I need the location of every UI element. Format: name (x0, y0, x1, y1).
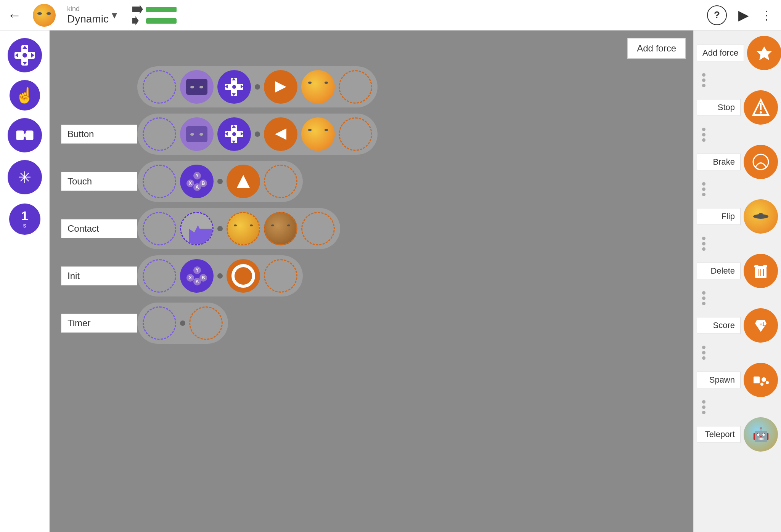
sep-dot-4 (217, 226, 223, 231)
svg-text:+1: +1 (760, 322, 765, 327)
sidebar-item-init[interactable]: ✳ (8, 160, 42, 194)
rp-delete-button[interactable] (744, 254, 778, 288)
rule-label-button: Button (61, 125, 137, 144)
add-force-row: Add force (61, 38, 686, 59)
cond-ring-5 (227, 259, 260, 293)
rp-teleport-label: Teleport (697, 426, 741, 443)
right-panel: Add force Stop Brake (693, 30, 781, 532)
rp-score-button[interactable]: +1 (744, 308, 778, 343)
rp-delete-row: Delete (694, 252, 781, 290)
topbar: ← kind Dynamic ▾ ? ▶ ⋮ (0, 0, 781, 30)
kind-dropdown[interactable]: ▾ (112, 9, 117, 21)
sep-dot-2 (255, 131, 260, 137)
rp-score-row: Score +1 (694, 307, 781, 344)
cond-empty-2 (143, 117, 176, 151)
svg-marker-5 (275, 128, 286, 140)
cond-empty-orange-4 (301, 212, 335, 245)
add-force-button[interactable]: Add force (627, 38, 686, 59)
rule-label-init: Init (61, 266, 137, 285)
rp-add-force-row: Add force (694, 34, 781, 72)
sidebar-item-contact[interactable] (8, 118, 42, 152)
indicator-bar-1 (146, 7, 177, 12)
svg-rect-19 (754, 377, 760, 383)
kind-value: Dynamic (67, 13, 109, 25)
rp-teleport-button[interactable]: 🤖 (744, 417, 778, 452)
rule-pill-2 (137, 114, 378, 155)
rp-add-force-button[interactable] (747, 36, 781, 70)
rule-label-touch: Touch (61, 172, 137, 191)
svg-marker-6 (237, 175, 250, 188)
cond-wedge-4 (180, 212, 214, 245)
topbar-actions: ? ▶ ⋮ (707, 5, 773, 25)
rule-pill-4 (137, 208, 340, 249)
indicator-row-2 (132, 16, 177, 26)
svg-marker-7 (757, 46, 772, 60)
avatar (33, 4, 56, 27)
condition-dpad-1 (217, 70, 251, 104)
svg-point-21 (766, 381, 769, 384)
indicator-row-1 (132, 5, 177, 14)
cond-empty-orange-5 (264, 259, 297, 293)
rp-brake-label: Brake (697, 154, 741, 170)
sep-dot-1 (255, 84, 260, 90)
rule-pill-3: X Y B A (137, 161, 303, 202)
left-sidebar: ☝ ✳ 1 s (0, 30, 50, 532)
condition-monitor-1 (180, 70, 214, 104)
rule-row-1 (61, 66, 686, 107)
indicator-bar-2 (146, 18, 177, 24)
indicators (132, 5, 177, 26)
rp-spawn-row: Spawn (694, 361, 781, 399)
rule-label-timer: Timer (61, 314, 137, 333)
rp-stop-row: Stop (694, 89, 781, 126)
cond-empty-orange-6 (189, 306, 223, 340)
rp-stop-button[interactable] (744, 90, 778, 125)
rp-add-force-label: Add force (697, 45, 744, 61)
rule-pill-6 (137, 303, 228, 344)
sidebar-item-timer[interactable]: 1 s (8, 202, 42, 236)
cond-empty-6 (143, 306, 176, 340)
rp-dots-1 (694, 72, 705, 89)
play-button[interactable]: ▶ (738, 7, 749, 23)
back-button[interactable]: ← (8, 7, 21, 23)
main-layout: ☝ ✳ 1 s Add force (0, 30, 781, 532)
rp-score-label: Score (697, 317, 741, 334)
rule-row-2: Button (61, 114, 686, 155)
cond-empty-3 (143, 165, 176, 198)
cond-gamepad-5: X Y B A (180, 259, 214, 293)
sidebar-item-touch[interactable]: ☝ (10, 80, 40, 111)
center-content: Add force (50, 30, 693, 532)
kind-label: kind (67, 5, 109, 13)
rp-dots-3 (694, 181, 705, 198)
svg-marker-4 (275, 81, 286, 93)
svg-rect-0 (16, 131, 24, 140)
sep-dot-3 (217, 179, 223, 184)
condition-arrow-right-1 (264, 70, 297, 104)
rp-dots-7 (694, 399, 705, 416)
svg-point-10 (760, 111, 762, 114)
cond-arrow-up-3 (227, 165, 260, 198)
condition-empty-orange-1 (339, 70, 372, 104)
rp-brake-button[interactable] (744, 145, 778, 179)
rp-dots-6 (694, 344, 705, 361)
rule-pill-5: X Y B A (137, 255, 303, 296)
rule-pill-1 (137, 66, 378, 107)
more-button[interactable]: ⋮ (760, 8, 773, 22)
rp-flip-button[interactable] (744, 199, 778, 234)
svg-point-20 (762, 377, 766, 382)
rp-spawn-label: Spawn (697, 372, 741, 388)
cond-gamepad-3: X Y B A (180, 165, 214, 198)
rp-spawn-button[interactable] (744, 363, 778, 397)
cond-monitor-2 (180, 117, 214, 151)
sidebar-item-dpad[interactable] (8, 38, 42, 72)
help-button[interactable]: ? (707, 5, 727, 25)
rp-dots-2 (694, 126, 705, 143)
cond-empty-4 (143, 212, 176, 245)
rp-brake-row: Brake (694, 143, 781, 181)
rp-stop-label: Stop (697, 99, 741, 116)
rule-row-3: Touch X Y B A (61, 161, 686, 202)
svg-point-22 (760, 383, 763, 386)
rp-flip-row: Flip (694, 198, 781, 235)
sep-dot-6a (180, 320, 185, 326)
rp-delete-label: Delete (697, 263, 741, 279)
rule-row-4: Contact (61, 208, 686, 249)
